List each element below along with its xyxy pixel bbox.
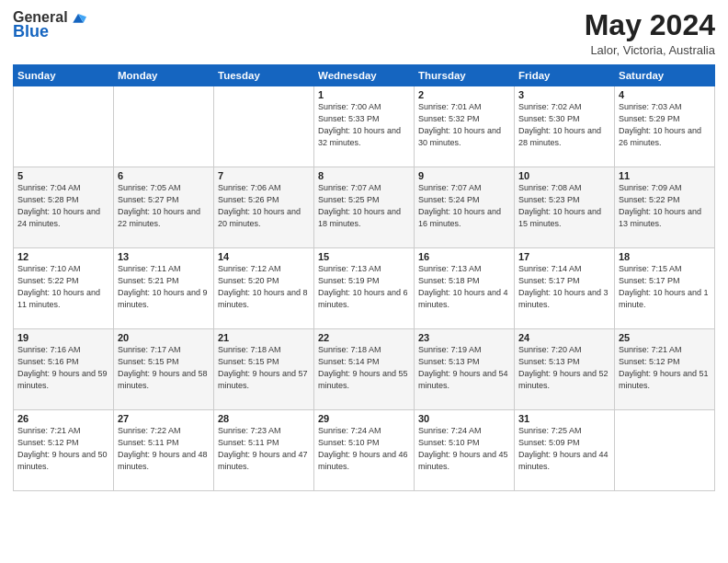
calendar-cell: 25 Sunrise: 7:21 AMSunset: 5:12 PMDaylig…: [615, 329, 715, 410]
calendar-row-0: 1 Sunrise: 7:00 AMSunset: 5:33 PMDayligh…: [14, 86, 715, 167]
calendar-cell: 13 Sunrise: 7:11 AMSunset: 5:21 PMDaylig…: [114, 248, 214, 329]
day-number: 4: [619, 89, 711, 100]
calendar-cell: 10 Sunrise: 7:08 AMSunset: 5:23 PMDaylig…: [515, 167, 615, 248]
logo-icon: [70, 9, 86, 26]
day-number: 14: [218, 251, 310, 262]
calendar-cell: 8 Sunrise: 7:07 AMSunset: 5:25 PMDayligh…: [314, 167, 415, 248]
day-number: 8: [318, 170, 410, 181]
title-block: May 2024 Lalor, Victoria, Australia: [585, 9, 715, 57]
day-number: 17: [518, 251, 610, 262]
calendar-row-2: 12 Sunrise: 7:10 AMSunset: 5:22 PMDaylig…: [14, 248, 715, 329]
day-number: 12: [17, 251, 109, 262]
day-number: 22: [318, 332, 410, 343]
logo-blue-text: Blue: [13, 22, 49, 41]
day-info: Sunrise: 7:20 AMSunset: 5:13 PMDaylight:…: [518, 345, 609, 390]
day-info: Sunrise: 7:04 AMSunset: 5:28 PMDaylight:…: [17, 183, 100, 228]
calendar-cell: 19 Sunrise: 7:16 AMSunset: 5:16 PMDaylig…: [14, 329, 114, 410]
day-info: Sunrise: 7:13 AMSunset: 5:19 PMDaylight:…: [318, 264, 408, 309]
page: General Blue May 2024 Lalor, Victoria, A…: [0, 0, 728, 563]
day-number: 28: [218, 413, 310, 424]
month-year: May 2024: [585, 9, 715, 41]
day-info: Sunrise: 7:14 AMSunset: 5:17 PMDaylight:…: [518, 264, 609, 309]
location: Lalor, Victoria, Australia: [585, 43, 715, 57]
day-info: Sunrise: 7:23 AMSunset: 5:11 PMDaylight:…: [218, 426, 308, 471]
day-number: 20: [118, 332, 210, 343]
calendar-cell: 24 Sunrise: 7:20 AMSunset: 5:13 PMDaylig…: [515, 329, 615, 410]
day-number: 6: [118, 170, 210, 181]
day-number: 24: [518, 332, 610, 343]
day-info: Sunrise: 7:07 AMSunset: 5:24 PMDaylight:…: [418, 183, 501, 228]
day-info: Sunrise: 7:10 AMSunset: 5:22 PMDaylight:…: [17, 264, 100, 309]
day-number: 18: [619, 251, 711, 262]
day-info: Sunrise: 7:18 AMSunset: 5:14 PMDaylight:…: [318, 345, 408, 390]
day-number: 16: [418, 251, 510, 262]
day-number: 29: [318, 413, 410, 424]
calendar-row-4: 26 Sunrise: 7:21 AMSunset: 5:12 PMDaylig…: [14, 410, 715, 491]
calendar-cell: 17 Sunrise: 7:14 AMSunset: 5:17 PMDaylig…: [515, 248, 615, 329]
calendar-cell: 18 Sunrise: 7:15 AMSunset: 5:17 PMDaylig…: [615, 248, 715, 329]
day-info: Sunrise: 7:08 AMSunset: 5:23 PMDaylight:…: [518, 183, 601, 228]
calendar-cell: 28 Sunrise: 7:23 AMSunset: 5:11 PMDaylig…: [214, 410, 314, 491]
day-info: Sunrise: 7:16 AMSunset: 5:16 PMDaylight:…: [17, 345, 108, 390]
calendar-cell: 7 Sunrise: 7:06 AMSunset: 5:26 PMDayligh…: [214, 167, 314, 248]
calendar-cell: 16 Sunrise: 7:13 AMSunset: 5:18 PMDaylig…: [415, 248, 515, 329]
day-info: Sunrise: 7:01 AMSunset: 5:32 PMDaylight:…: [418, 102, 501, 147]
calendar-cell: [214, 86, 314, 167]
day-number: 23: [418, 332, 510, 343]
calendar-row-1: 5 Sunrise: 7:04 AMSunset: 5:28 PMDayligh…: [14, 167, 715, 248]
calendar-cell: 4 Sunrise: 7:03 AMSunset: 5:29 PMDayligh…: [615, 86, 715, 167]
day-number: 31: [518, 413, 610, 424]
day-number: 26: [17, 413, 109, 424]
calendar-cell: 21 Sunrise: 7:18 AMSunset: 5:15 PMDaylig…: [214, 329, 314, 410]
day-info: Sunrise: 7:12 AMSunset: 5:20 PMDaylight:…: [218, 264, 308, 309]
header-friday: Friday: [515, 65, 615, 86]
day-info: Sunrise: 7:21 AMSunset: 5:12 PMDaylight:…: [619, 345, 709, 390]
header: General Blue May 2024 Lalor, Victoria, A…: [13, 9, 715, 57]
header-tuesday: Tuesday: [214, 65, 314, 86]
calendar-cell: 1 Sunrise: 7:00 AMSunset: 5:33 PMDayligh…: [314, 86, 415, 167]
calendar-cell: 23 Sunrise: 7:19 AMSunset: 5:13 PMDaylig…: [415, 329, 515, 410]
day-info: Sunrise: 7:18 AMSunset: 5:15 PMDaylight:…: [218, 345, 308, 390]
calendar-header-row: Sunday Monday Tuesday Wednesday Thursday…: [14, 65, 715, 86]
calendar-cell: 12 Sunrise: 7:10 AMSunset: 5:22 PMDaylig…: [14, 248, 114, 329]
calendar-cell: 27 Sunrise: 7:22 AMSunset: 5:11 PMDaylig…: [114, 410, 214, 491]
calendar-cell: 11 Sunrise: 7:09 AMSunset: 5:22 PMDaylig…: [615, 167, 715, 248]
calendar-cell: [114, 86, 214, 167]
day-number: 1: [318, 89, 410, 100]
day-info: Sunrise: 7:19 AMSunset: 5:13 PMDaylight:…: [418, 345, 508, 390]
calendar-cell: 14 Sunrise: 7:12 AMSunset: 5:20 PMDaylig…: [214, 248, 314, 329]
day-number: 11: [619, 170, 711, 181]
day-info: Sunrise: 7:17 AMSunset: 5:15 PMDaylight:…: [118, 345, 208, 390]
calendar-cell: 30 Sunrise: 7:24 AMSunset: 5:10 PMDaylig…: [415, 410, 515, 491]
day-info: Sunrise: 7:07 AMSunset: 5:25 PMDaylight:…: [318, 183, 401, 228]
day-number: 30: [418, 413, 510, 424]
day-number: 27: [118, 413, 210, 424]
day-info: Sunrise: 7:24 AMSunset: 5:10 PMDaylight:…: [418, 426, 508, 471]
day-number: 2: [418, 89, 510, 100]
logo: General Blue: [13, 9, 86, 41]
day-info: Sunrise: 7:00 AMSunset: 5:33 PMDaylight:…: [318, 102, 401, 147]
day-number: 19: [17, 332, 109, 343]
calendar-cell: 29 Sunrise: 7:24 AMSunset: 5:10 PMDaylig…: [314, 410, 415, 491]
day-number: 3: [518, 89, 610, 100]
day-number: 15: [318, 251, 410, 262]
day-number: 9: [418, 170, 510, 181]
calendar-cell: [615, 410, 715, 491]
calendar-table: Sunday Monday Tuesday Wednesday Thursday…: [13, 64, 715, 491]
day-info: Sunrise: 7:09 AMSunset: 5:22 PMDaylight:…: [619, 183, 701, 228]
day-number: 10: [518, 170, 610, 181]
calendar-cell: 22 Sunrise: 7:18 AMSunset: 5:14 PMDaylig…: [314, 329, 415, 410]
day-number: 25: [619, 332, 711, 343]
day-info: Sunrise: 7:11 AMSunset: 5:21 PMDaylight:…: [118, 264, 208, 309]
header-monday: Monday: [114, 65, 214, 86]
day-info: Sunrise: 7:21 AMSunset: 5:12 PMDaylight:…: [17, 426, 108, 471]
calendar-cell: 2 Sunrise: 7:01 AMSunset: 5:32 PMDayligh…: [415, 86, 515, 167]
day-number: 5: [17, 170, 109, 181]
header-wednesday: Wednesday: [314, 65, 415, 86]
day-info: Sunrise: 7:24 AMSunset: 5:10 PMDaylight:…: [318, 426, 408, 471]
calendar-cell: 6 Sunrise: 7:05 AMSunset: 5:27 PMDayligh…: [114, 167, 214, 248]
header-saturday: Saturday: [615, 65, 715, 86]
day-info: Sunrise: 7:25 AMSunset: 5:09 PMDaylight:…: [518, 426, 609, 471]
calendar-row-3: 19 Sunrise: 7:16 AMSunset: 5:16 PMDaylig…: [14, 329, 715, 410]
day-number: 13: [118, 251, 210, 262]
